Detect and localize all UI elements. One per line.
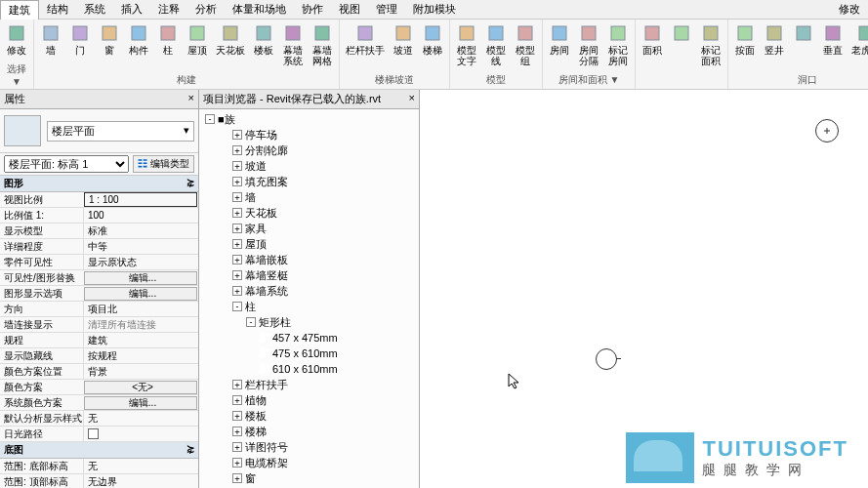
property-value[interactable]: 背景 [83,364,198,379]
tab-注释[interactable]: 注释 [150,0,187,20]
tab-视图[interactable]: 视图 [331,0,368,20]
expander-icon[interactable]: + [232,442,242,452]
ribbon-房间[interactable]: 房间 [545,21,574,72]
close-icon[interactable]: × [188,92,194,106]
property-value[interactable]: 标准 [83,224,198,238]
tab-体量和场地[interactable]: 体量和场地 [225,0,294,20]
expander-icon[interactable]: + [232,130,242,140]
tab-建筑[interactable]: 建筑 [0,0,39,20]
expander-icon[interactable]: + [232,208,242,218]
ribbon-模型组[interactable]: 模型 组 [511,21,540,72]
tree-item-柱[interactable]: -柱 [201,299,417,314]
property-row[interactable]: 零件可见性显示原状态 [0,255,198,270]
expander-icon[interactable]: + [232,286,242,296]
ribbon-栏杆扶手[interactable]: 栏杆扶手 [342,21,389,72]
property-value[interactable]: 显示原状态 [83,255,198,269]
tree-item-家具[interactable]: +家具 [201,221,417,236]
close-icon[interactable]: × [409,92,415,106]
drawing-canvas[interactable]: TUITUISOFT 腿腿教学网 [420,90,868,488]
expander-icon[interactable]: + [232,395,242,405]
property-row[interactable]: 颜色方案<无> [0,380,198,395]
tree-item-坡道[interactable]: +坡道 [201,158,417,174]
ribbon-房间分隔[interactable]: 房间 分隔 [574,21,603,72]
tree-item-475 x 610mm[interactable]: 475 x 610mm [201,346,417,361]
tab-协作[interactable]: 协作 [294,0,331,20]
tree-item-幕墙竖梃[interactable]: +幕墙竖梃 [201,267,417,283]
tree-item-墙[interactable]: +墙 [201,189,417,205]
edit-type-button[interactable]: ☷ 编辑类型 [133,155,194,173]
ribbon-构件[interactable]: 构件 [124,21,153,72]
tab-修改[interactable]: 修改 [831,0,868,19]
property-value[interactable]: 100 [83,208,198,223]
tree-item-610 x 610mm[interactable]: 610 x 610mm [201,361,417,377]
ribbon-幕墙系统[interactable]: 幕墙 系统 [278,21,308,72]
ribbon-竖井[interactable]: 竖井 [760,21,789,72]
property-row[interactable]: 方向项目北 [0,302,198,317]
property-section-底图[interactable]: 底图⋩ [0,442,198,459]
tree-item-457 x 475mm[interactable]: 457 x 475mm [201,330,417,346]
ribbon-门[interactable]: 门 [65,21,95,72]
property-row[interactable]: 视图比例1 : 100 [0,192,198,208]
tree-item-屋顶[interactable]: +屋顶 [201,236,417,252]
property-value[interactable]: 无 [83,459,198,473]
tab-插入[interactable]: 插入 [113,0,150,20]
ribbon-标记房间[interactable]: 标记 房间 [603,21,633,72]
property-value[interactable]: 按规程 [83,348,198,363]
tree-item-填充图案[interactable]: +填充图案 [201,174,417,189]
ribbon-楼板[interactable]: 楼板 [249,21,278,72]
property-value[interactable]: 中等 [83,239,198,254]
expander-icon[interactable]: + [232,380,242,389]
expander-icon[interactable]: + [232,255,242,264]
property-row[interactable]: 范围: 顶部标高无边界 [0,474,198,488]
ribbon-垂直[interactable]: 垂直 [818,21,847,72]
expander-icon[interactable]: + [232,224,242,233]
view-marker-icon[interactable] [596,348,617,370]
ribbon-楼梯[interactable]: 楼梯 [418,21,447,72]
property-value[interactable]: 项目北 [83,302,198,316]
tree-item-矩形柱[interactable]: -矩形柱 [201,314,417,330]
expander-icon[interactable]: + [232,192,242,202]
property-row[interactable]: 比例值 1:100 [0,208,198,224]
expander-icon[interactable]: + [232,145,242,155]
tree-item-楼板[interactable]: +楼板 [201,408,417,424]
ribbon-item[interactable] [667,21,696,86]
ribbon-柱[interactable]: 柱 [153,21,183,72]
ribbon-坡道[interactable]: 坡道 [389,21,418,72]
property-row[interactable]: 规程建筑 [0,333,198,348]
property-value[interactable]: 清理所有墙连接 [83,317,198,332]
ribbon-修改[interactable]: 修改 [2,21,31,61]
ribbon-item[interactable] [789,21,818,72]
ribbon-窗[interactable]: 窗 [95,21,124,72]
expander-icon[interactable]: + [232,177,242,186]
property-row[interactable]: 可见性/图形替换编辑... [0,270,198,286]
ribbon-墙[interactable]: 墙 [36,21,65,72]
tab-附加模块[interactable]: 附加模块 [405,0,464,20]
tree-item-幕墙系统[interactable]: +幕墙系统 [201,283,417,299]
ribbon-面积[interactable]: 面积 [638,21,667,86]
tree-item-幕墙嵌板[interactable]: +幕墙嵌板 [201,252,417,267]
expander-icon[interactable]: + [232,473,242,483]
expander-icon[interactable]: - [232,302,242,311]
tree-item-停车场[interactable]: +停车场 [201,127,417,142]
expander-icon[interactable]: + [232,458,242,468]
ribbon-模型线[interactable]: 模型 线 [481,21,511,72]
tab-系统[interactable]: 系统 [76,0,113,20]
tree-item-窗[interactable]: +窗 [201,470,417,486]
property-section-图形[interactable]: 图形⋩ [0,176,198,192]
ribbon-天花板[interactable]: 天花板 [212,21,249,72]
property-row[interactable]: 范围: 底部标高无 [0,459,198,474]
property-row[interactable]: 默认分析显示样式无 [0,411,198,427]
property-value[interactable]: 建筑 [83,333,198,347]
expander-icon[interactable]: + [232,411,242,421]
property-value[interactable] [83,427,198,441]
tab-分析[interactable]: 分析 [187,0,225,20]
type-selector-dropdown[interactable]: 楼层平面 ▾ [47,121,194,142]
expander-icon[interactable]: + [232,427,242,436]
tree-item-电缆桥架[interactable]: +电缆桥架 [201,455,417,470]
expander-icon[interactable]: + [232,239,242,249]
ribbon-按面[interactable]: 按面 [730,21,760,72]
checkbox[interactable] [88,428,99,439]
ribbon-模型文字[interactable]: 模型 文字 [452,21,481,72]
property-row[interactable]: 图形显示选项编辑... [0,286,198,302]
tree-item-分割轮廓[interactable]: +分割轮廓 [201,142,417,158]
